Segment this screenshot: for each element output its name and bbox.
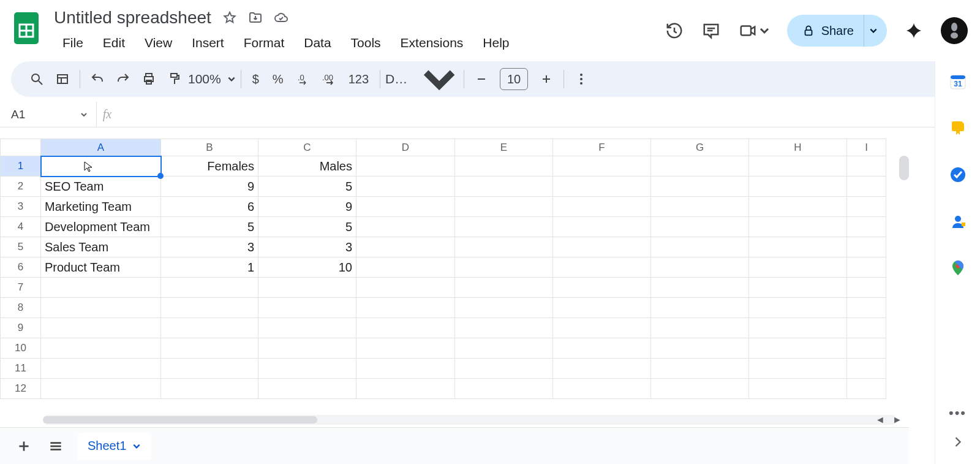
cell-C2[interactable]: 5 — [258, 177, 356, 197]
row-header-1[interactable]: 1 — [1, 156, 41, 177]
row-header-4[interactable]: 4 — [1, 217, 41, 237]
row-header-7[interactable]: 7 — [1, 278, 41, 298]
cell-A4[interactable]: Development Team — [41, 217, 161, 237]
sheet-tab[interactable]: Sheet1 — [77, 433, 151, 460]
menu-view[interactable]: View — [136, 33, 181, 53]
cell-C9[interactable] — [258, 318, 356, 338]
cell-I7[interactable] — [847, 278, 886, 298]
horizontal-scrollbar[interactable] — [43, 415, 897, 425]
col-header-D[interactable]: D — [356, 139, 455, 156]
star-icon[interactable] — [222, 10, 237, 25]
cell-I5[interactable] — [847, 237, 886, 257]
paint-format-icon[interactable] — [162, 67, 187, 91]
cell-E8[interactable] — [455, 298, 553, 318]
cell-H5[interactable] — [749, 237, 847, 257]
cell-H10[interactable] — [749, 338, 847, 359]
cell-A6[interactable]: Product Team — [41, 257, 161, 278]
search-icon[interactable] — [24, 67, 49, 91]
cell-E5[interactable] — [455, 237, 553, 257]
cell-A11[interactable] — [41, 359, 161, 379]
cell-F2[interactable] — [553, 177, 651, 197]
cell-E10[interactable] — [455, 338, 553, 359]
cell-F1[interactable] — [553, 156, 651, 177]
undo-icon[interactable] — [85, 67, 110, 91]
font-size-plus-icon[interactable] — [534, 67, 559, 91]
spreadsheet-grid[interactable]: ABCDEFGHI1FemalesMales2SEO Team953Market… — [0, 139, 909, 425]
font-size-minus-icon[interactable] — [469, 67, 494, 91]
print-icon[interactable] — [137, 67, 161, 91]
cell-B9[interactable] — [161, 318, 258, 338]
share-button[interactable]: Share — [787, 15, 887, 47]
contacts-icon[interactable] — [949, 212, 967, 230]
meet-dropdown-icon[interactable] — [759, 21, 770, 40]
cell-B4[interactable]: 5 — [161, 217, 258, 237]
cell-H4[interactable] — [749, 217, 847, 237]
cell-C7[interactable] — [258, 278, 356, 298]
cell-I10[interactable] — [847, 338, 886, 359]
cell-H1[interactable] — [749, 156, 847, 177]
scrollbar-thumb[interactable] — [43, 416, 317, 424]
row-header-3[interactable]: 3 — [1, 197, 41, 217]
meet-icon[interactable] — [738, 21, 758, 40]
increase-decimal-icon[interactable]: .00 — [317, 67, 341, 91]
redo-icon[interactable] — [111, 67, 135, 91]
cell-H3[interactable] — [749, 197, 847, 217]
calendar-icon[interactable]: 31 — [949, 72, 967, 91]
cell-A9[interactable] — [41, 318, 161, 338]
col-header-F[interactable]: F — [553, 139, 651, 156]
cell-H8[interactable] — [749, 298, 847, 318]
cell-B12[interactable] — [161, 379, 258, 399]
menu-edit[interactable]: Edit — [94, 33, 134, 53]
cell-D1[interactable] — [356, 156, 455, 177]
format-123-button[interactable]: 123 — [342, 67, 375, 91]
cell-G12[interactable] — [651, 379, 749, 399]
cell-D12[interactable] — [356, 379, 455, 399]
format-currency-button[interactable]: $ — [246, 67, 265, 91]
keep-icon[interactable] — [949, 119, 967, 137]
cell-C10[interactable] — [258, 338, 356, 359]
cell-I1[interactable] — [847, 156, 886, 177]
cell-E1[interactable] — [455, 156, 553, 177]
cell-C3[interactable]: 9 — [258, 197, 356, 217]
col-header-H[interactable]: H — [749, 139, 847, 156]
cell-G10[interactable] — [651, 338, 749, 359]
doc-title[interactable]: Untitled spreadsheet — [54, 8, 211, 28]
format-percent-button[interactable]: % — [266, 67, 290, 91]
formula-input[interactable] — [118, 108, 980, 121]
cell-C11[interactable] — [258, 359, 356, 379]
cell-F8[interactable] — [553, 298, 651, 318]
add-sheet-icon[interactable] — [13, 436, 34, 457]
cell-I6[interactable] — [847, 257, 886, 278]
history-icon[interactable] — [665, 21, 684, 40]
account-avatar[interactable] — [941, 17, 968, 44]
menu-insert[interactable]: Insert — [183, 33, 233, 53]
cell-B11[interactable] — [161, 359, 258, 379]
cell-F7[interactable] — [553, 278, 651, 298]
sheets-logo[interactable] — [12, 10, 40, 47]
cell-E12[interactable] — [455, 379, 553, 399]
cell-A10[interactable] — [41, 338, 161, 359]
cell-F10[interactable] — [553, 338, 651, 359]
menu-help[interactable]: Help — [474, 33, 518, 53]
cell-A2[interactable]: SEO Team — [41, 177, 161, 197]
cell-F3[interactable] — [553, 197, 651, 217]
cell-I12[interactable] — [847, 379, 886, 399]
row-header-9[interactable]: 9 — [1, 318, 41, 338]
row-header-12[interactable]: 12 — [1, 379, 41, 399]
cell-B10[interactable] — [161, 338, 258, 359]
tab-scroll-right-icon[interactable]: ► — [891, 415, 904, 425]
cell-D10[interactable] — [356, 338, 455, 359]
vertical-scrollbar[interactable] — [899, 156, 909, 180]
cell-H11[interactable] — [749, 359, 847, 379]
col-header-E[interactable]: E — [455, 139, 553, 156]
cell-A8[interactable] — [41, 298, 161, 318]
cell-G2[interactable] — [651, 177, 749, 197]
row-header-8[interactable]: 8 — [1, 298, 41, 318]
menu-tools[interactable]: Tools — [342, 33, 390, 53]
cell-B3[interactable]: 6 — [161, 197, 258, 217]
cell-G11[interactable] — [651, 359, 749, 379]
cell-I11[interactable] — [847, 359, 886, 379]
row-header-11[interactable]: 11 — [1, 359, 41, 379]
cell-F6[interactable] — [553, 257, 651, 278]
maps-icon[interactable] — [949, 259, 967, 277]
